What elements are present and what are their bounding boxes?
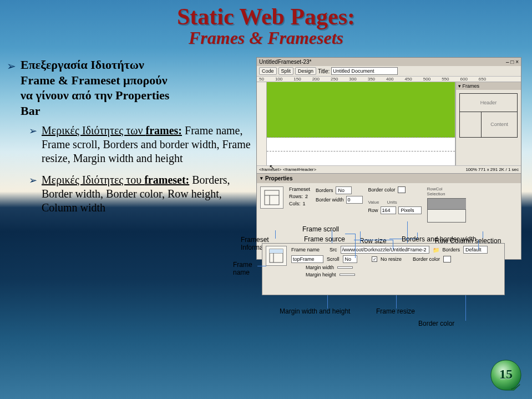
window-controls-icon: – □ ×: [506, 59, 519, 65]
rowcol-selection-diagram[interactable]: [427, 198, 466, 223]
top-bullet-line1: Επεξεργασία Ιδιοτήτων: [21, 58, 144, 72]
page-number: 15: [499, 367, 513, 382]
annotation-line: [257, 266, 266, 266]
vertical-ruler: [257, 82, 267, 165]
annotation-line: [355, 234, 356, 258]
annotation-frame-name: Frame name: [233, 261, 259, 276]
folder-icon[interactable]: 📁: [433, 247, 439, 253]
annotation-line: [275, 230, 276, 239]
margin-width-label: Margin width: [306, 265, 334, 270]
bullet-arrow-icon: ➢: [29, 124, 37, 165]
annotation-borders-border-width: Borders and border width: [402, 235, 477, 243]
collapse-triangle-icon: ▾: [260, 175, 263, 181]
rows-value: 2: [305, 194, 308, 199]
tag-selector[interactable]: <frameset> <frame#Header>: [259, 167, 316, 172]
frame-name-input[interactable]: topFrame: [291, 255, 323, 263]
split-button[interactable]: Split: [278, 67, 294, 75]
frame-divider: [267, 138, 455, 152]
border-color-label: Border color: [413, 256, 440, 262]
document-tab-title: UntitledFrameset-23*: [259, 59, 311, 65]
design-button[interactable]: Design: [295, 67, 316, 75]
border-color-swatch[interactable]: [443, 256, 451, 262]
frameset-icon: [260, 186, 283, 209]
ruler-tick: 150: [293, 77, 301, 82]
frame-name-label: Frame name: [291, 247, 320, 252]
annotation-frame-scroll: Frame scroll: [302, 225, 339, 233]
bullet-arrow-icon: ➢: [7, 57, 16, 118]
border-width-input[interactable]: 0: [346, 196, 363, 204]
ruler-tick: 250: [331, 77, 338, 82]
annotation-line: [393, 240, 393, 250]
border-color-label: Border color: [368, 187, 396, 193]
border-width-label: Border width: [316, 197, 344, 203]
noresize-checkbox[interactable]: ✓: [372, 256, 377, 262]
borders-label: Borders: [316, 188, 333, 193]
code-button[interactable]: Code: [259, 67, 277, 75]
ruler-tick: 550: [442, 77, 449, 82]
annotation-line: [327, 295, 328, 309]
frames-header-cell[interactable]: Header: [460, 94, 517, 112]
annotation-line: [345, 234, 355, 234]
ruler-tick: 400: [386, 77, 393, 82]
frames-panel-title[interactable]: ▾ Frames: [456, 82, 521, 90]
scroll-label: Scroll: [327, 256, 340, 262]
frames-panel: ▾ Frames Header Content: [455, 82, 521, 165]
status-info: 100% 771 x 291 2K / 1 sec: [465, 167, 519, 172]
properties-title: Properties: [265, 175, 292, 181]
ruler-tick: 200: [312, 77, 320, 82]
ruler-tick: 450: [404, 77, 412, 82]
sub-bullet-1: ➢ Μερικές Ιδιότητες των frames: Frame na…: [29, 124, 251, 165]
sub1-head: Μερικές Ιδιότητες των: [42, 124, 146, 137]
src-input[interactable]: /wwwroot/Dorknozzle/UntitledFrame-2: [341, 246, 429, 254]
row-value-input[interactable]: 164: [381, 206, 396, 214]
border-color-swatch[interactable]: [398, 186, 406, 193]
margin-width-input[interactable]: [337, 266, 353, 269]
document-title-input[interactable]: Untitled Document: [331, 67, 398, 75]
content-frame: [267, 151, 455, 165]
dreamweaver-frame-properties-screenshot: Frame name Src /wwwroot/Dorknozzle/Untit…: [262, 243, 505, 295]
properties-panel: Frameset Rows: 2 Cols: 1 Borders No: [257, 183, 521, 225]
frames-content-cell[interactable]: Content: [482, 112, 517, 137]
ruler-tick: 650: [479, 77, 486, 82]
sub-bullet-2: ➢ Μερικές Ιδιότητες του frameset: Border…: [29, 173, 251, 215]
noresize-label: No resize: [381, 256, 402, 262]
svg-rect-0: [265, 190, 279, 205]
ruler-tick: 600: [460, 77, 468, 82]
rows-label: Rows:: [289, 194, 303, 199]
properties-panel-header[interactable]: ▾ Properties: [257, 173, 521, 183]
status-bar: <frameset> <frame#Header> 100% 771 x 291…: [257, 165, 521, 173]
ruler-tick: 100: [275, 77, 282, 82]
annotation-frame-resize: Frame resize: [376, 307, 415, 315]
sub2-key: frameset:: [144, 174, 189, 186]
margin-height-label: Margin height: [306, 272, 336, 277]
frames-diagram[interactable]: Header Content: [459, 93, 518, 138]
horizontal-ruler: 50 100 150 200 250 300 350 400 450 500 5…: [257, 77, 521, 82]
top-bullet: ➢ Επεξεργασία Ιδιοτήτων Frame & Frameset…: [7, 57, 251, 118]
svg-rect-6: [270, 249, 283, 253]
ruler-tick: 50: [259, 77, 264, 82]
frames-left-cell[interactable]: [460, 112, 482, 137]
frameset-label: Frameset: [289, 186, 310, 192]
annotation-line: [465, 295, 466, 321]
header-frame: [267, 82, 455, 138]
top-bullet-line3: να γίνουν από την Properties: [21, 88, 169, 102]
margin-height-input[interactable]: [340, 274, 355, 276]
annotation-margin-width-height: Margin width and height: [280, 307, 350, 315]
units-select[interactable]: Pixels: [398, 206, 422, 214]
cols-value: 1: [303, 201, 306, 206]
title-label: Title:: [318, 68, 330, 74]
page-number-badge: 15: [490, 359, 522, 391]
ruler-tick: 300: [349, 77, 356, 82]
row-label: Row: [368, 208, 378, 213]
document-view[interactable]: [267, 82, 455, 165]
top-bullet-line4: Bar: [21, 104, 40, 118]
value-col-label: Value: [368, 200, 379, 205]
cursor-icon: ↖: [269, 163, 275, 171]
borders-select[interactable]: Default: [463, 246, 488, 254]
units-col-label: Units: [387, 200, 397, 205]
borders-label: Borders: [443, 247, 460, 252]
bullet-arrow-icon: ➢: [29, 173, 37, 215]
borders-select[interactable]: No: [336, 186, 352, 194]
ruler-tick: 350: [368, 77, 375, 82]
dreamweaver-frameset-screenshot: UntitledFrameset-23* – □ × Code Split De…: [256, 57, 521, 260]
